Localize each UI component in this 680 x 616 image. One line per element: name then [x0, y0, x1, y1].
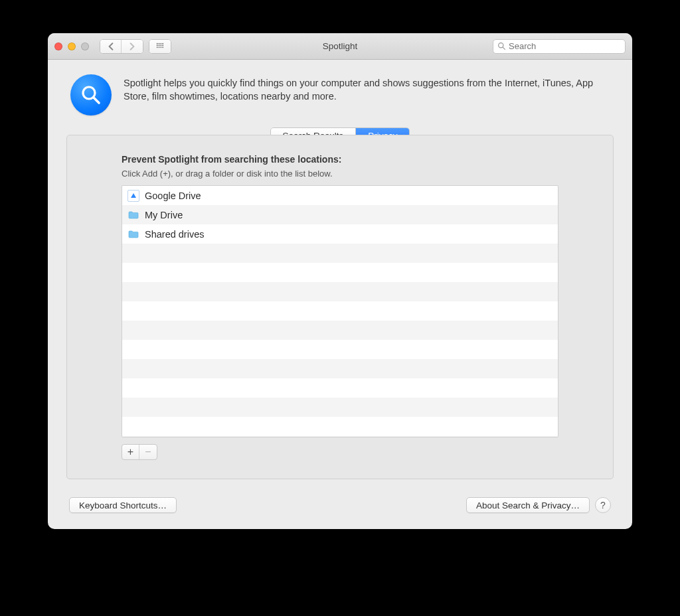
search-field-wrap[interactable]: [493, 39, 626, 54]
titlebar: Spotlight: [48, 33, 632, 60]
list-item-empty: [122, 282, 558, 301]
svg-point-3: [162, 42, 163, 44]
add-remove-control: + −: [122, 444, 157, 460]
header-row: Spotlight helps you quickly find things …: [66, 74, 614, 116]
svg-point-0: [157, 42, 158, 44]
window-controls: [54, 42, 89, 50]
chevron-right-icon: [128, 42, 136, 50]
svg-point-6: [160, 44, 161, 46]
list-item-empty: [122, 340, 558, 359]
chevron-left-icon: [107, 42, 115, 50]
search-input[interactable]: [509, 41, 621, 51]
list-item-empty: [122, 263, 558, 282]
panel-heading: Prevent Spotlight from searching these l…: [122, 154, 558, 165]
svg-point-10: [160, 46, 161, 48]
folder-icon: [128, 209, 139, 221]
list-item-empty: [122, 301, 558, 321]
forward-button[interactable]: [122, 40, 143, 53]
panel-hint: Click Add (+), or drag a folder or disk …: [122, 169, 558, 179]
list-item-empty: [122, 436, 558, 437]
list-item-label: Google Drive: [145, 191, 201, 201]
zoom-window-button[interactable]: [81, 42, 89, 50]
list-item-empty: [122, 417, 558, 436]
exclusion-list[interactable]: Google Drive My Drive Shared drives: [122, 185, 558, 437]
grid-icon: [156, 42, 164, 50]
svg-point-2: [160, 42, 161, 44]
search-icon: [497, 42, 506, 50]
svg-point-9: [159, 46, 160, 48]
help-button[interactable]: ?: [595, 497, 611, 513]
remove-button[interactable]: −: [139, 445, 157, 459]
list-item-empty: [122, 398, 558, 417]
svg-point-1: [159, 42, 160, 44]
svg-point-11: [162, 46, 163, 48]
spotlight-preferences-window: Spotlight Spotlight helps you quickly fi…: [48, 33, 632, 529]
privacy-panel: Prevent Spotlight from searching these l…: [66, 135, 614, 479]
about-search-privacy-button[interactable]: About Search & Privacy…: [466, 497, 590, 513]
list-item-empty: [122, 359, 558, 378]
back-button[interactable]: [100, 40, 122, 53]
svg-line-13: [503, 47, 505, 49]
nav-back-forward: [100, 39, 143, 54]
spotlight-icon: [70, 74, 112, 116]
svg-point-8: [157, 46, 158, 48]
content-area: Spotlight helps you quickly find things …: [48, 60, 632, 529]
list-item-empty: [122, 244, 558, 263]
list-item-empty: [122, 321, 558, 340]
svg-point-5: [159, 44, 160, 46]
keyboard-shortcuts-button[interactable]: Keyboard Shortcuts…: [69, 497, 177, 513]
folder-icon: [128, 228, 139, 240]
list-item-label: My Drive: [145, 210, 183, 220]
add-button[interactable]: +: [122, 445, 139, 459]
show-all-button-group: [149, 39, 171, 54]
show-all-button[interactable]: [149, 40, 171, 53]
svg-point-7: [162, 44, 163, 46]
svg-point-4: [157, 44, 158, 46]
description-text: Spotlight helps you quickly find things …: [124, 74, 610, 103]
list-item-label: Shared drives: [145, 229, 204, 240]
list-item-empty: [122, 378, 558, 398]
list-item[interactable]: My Drive: [122, 205, 558, 224]
list-item[interactable]: Google Drive: [122, 186, 558, 205]
google-drive-icon: [128, 190, 139, 202]
close-window-button[interactable]: [54, 42, 62, 50]
footer: Keyboard Shortcuts… About Search & Priva…: [66, 488, 614, 517]
svg-line-15: [94, 98, 99, 103]
list-item[interactable]: Shared drives: [122, 224, 558, 244]
minimize-window-button[interactable]: [68, 42, 76, 50]
